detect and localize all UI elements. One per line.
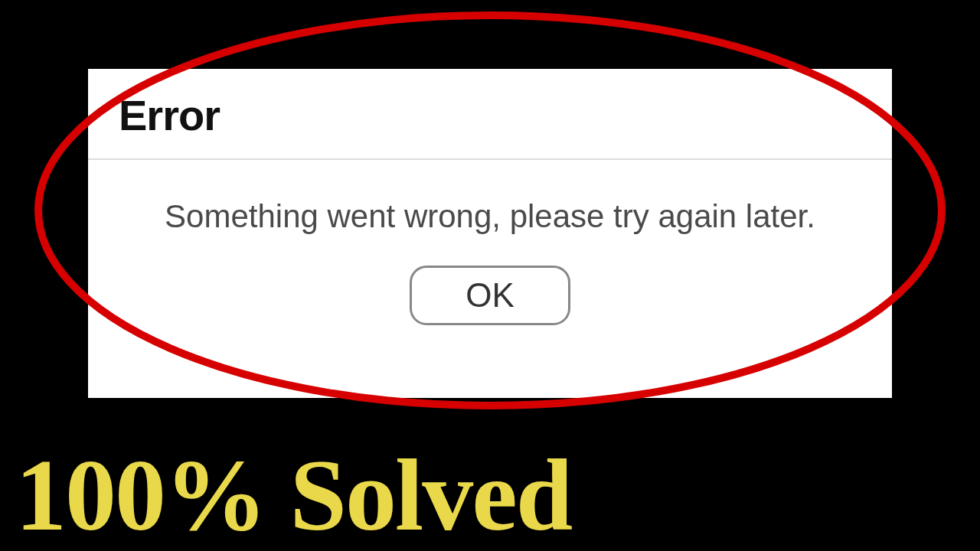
dialog-message: Something went wrong, please try again l… [119, 198, 861, 235]
dialog-body: Something went wrong, please try again l… [88, 160, 892, 258]
thumbnail-caption: 100% Solved [15, 444, 571, 546]
dialog-header: Error [88, 69, 892, 160]
error-dialog: Error Something went wrong, please try a… [88, 69, 892, 398]
dialog-actions: OK [88, 258, 892, 348]
ok-button[interactable]: OK [410, 266, 570, 325]
dialog-title: Error [119, 90, 861, 140]
